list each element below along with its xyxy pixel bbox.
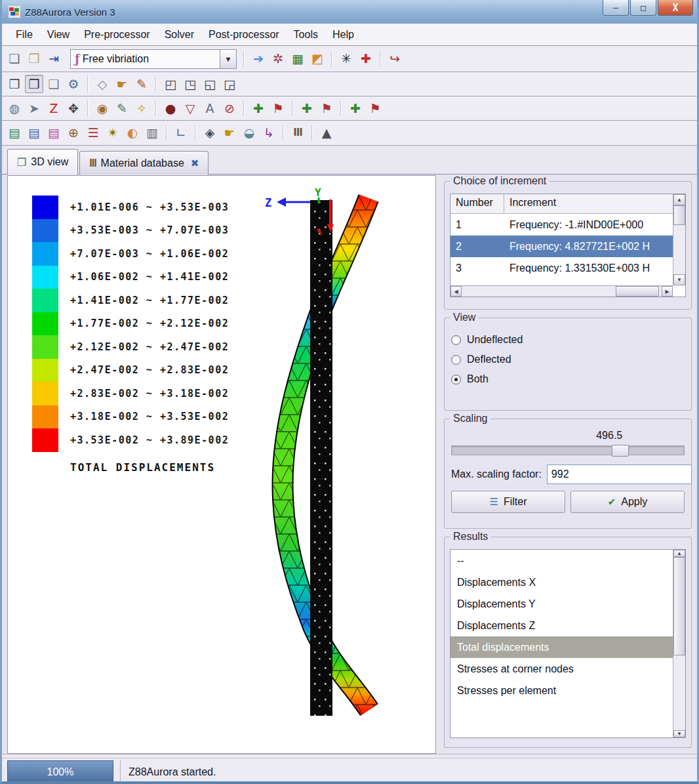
- result-item[interactable]: Total displacements: [450, 636, 673, 658]
- color-palette-file-button[interactable]: ◩: [308, 50, 327, 68]
- result-item[interactable]: Displacements Y: [450, 593, 673, 615]
- slider-thumb[interactable]: [612, 445, 629, 457]
- lens-button[interactable]: ◒: [240, 124, 258, 142]
- import-dxf-button[interactable]: ▤: [45, 124, 63, 142]
- apply-button[interactable]: ✔ Apply: [570, 491, 685, 513]
- colormap-file-button[interactable]: ▥: [143, 124, 161, 142]
- view-option-undeflected[interactable]: Undeflected: [451, 334, 685, 346]
- 3d-viewport[interactable]: Z Y +1.01E-006 ~ +3.53E-003+3.53E-003 ~ …: [7, 175, 436, 754]
- view-wireframe-cube-button[interactable]: ❑: [45, 75, 63, 93]
- radio-icon[interactable]: [451, 355, 461, 365]
- result-item[interactable]: Stresses per element: [450, 680, 673, 701]
- column-header-increment[interactable]: Increment: [504, 194, 685, 213]
- analysis-type-field[interactable]: ƒ Free vibriation: [70, 49, 220, 69]
- label-a-button[interactable]: A: [201, 99, 219, 117]
- view-corner-nw-button[interactable]: ◰: [161, 75, 180, 93]
- analysis-type-combo[interactable]: ƒ Free vibriation ▼: [70, 49, 237, 69]
- scaling-slider[interactable]: [451, 445, 685, 455]
- corner-ruler-button[interactable]: ∟: [172, 124, 190, 142]
- view-corner-se-button[interactable]: ◲: [220, 75, 239, 93]
- view-solid-cube-button[interactable]: ❒: [5, 75, 24, 93]
- scrollbar-thumb[interactable]: [673, 557, 685, 655]
- open-project-button[interactable]: ❐: [25, 50, 43, 68]
- increment-table-header[interactable]: Number Increment: [450, 194, 685, 214]
- measure-gauge-button[interactable]: ⚙: [64, 75, 83, 93]
- menu-item-post-processor[interactable]: Post-processor: [201, 26, 287, 44]
- scroll-up-icon[interactable]: ▲: [673, 194, 685, 205]
- flag-set-button[interactable]: ⚑: [269, 99, 287, 117]
- lightbulb-button[interactable]: ✧: [132, 99, 151, 117]
- menu-item-view[interactable]: View: [40, 26, 77, 44]
- add-element-button[interactable]: ✚: [346, 99, 365, 117]
- scroll-right-icon[interactable]: ▶: [662, 286, 673, 297]
- result-item[interactable]: Displacements Z: [450, 615, 673, 636]
- picking-hand-button[interactable]: ☛: [220, 124, 239, 142]
- result-item[interactable]: Stresses at corner nodes: [450, 658, 673, 680]
- tab-close-icon[interactable]: ✖: [191, 157, 199, 169]
- clamp-tool-button[interactable]: ⊕: [64, 124, 83, 142]
- scrollbar-thumb[interactable]: [616, 286, 659, 297]
- menu-item-pre-processor[interactable]: Pre-processor: [77, 26, 157, 44]
- tab-material-database[interactable]: III Material database ✖: [79, 151, 209, 175]
- pointer-axes-button[interactable]: ➤: [25, 99, 43, 117]
- results-list[interactable]: --Displacements XDisplacements YDisplace…: [450, 549, 686, 738]
- increment-row[interactable]: 1Frequency: -1.#IND00E+000: [450, 214, 673, 236]
- first-aid-box-button[interactable]: ✚: [357, 50, 375, 68]
- view-option-both[interactable]: Both: [451, 373, 685, 385]
- view-corner-sw-button[interactable]: ◱: [201, 75, 219, 93]
- mesh-button[interactable]: ✴: [104, 124, 122, 142]
- maximize-button[interactable]: □: [630, 0, 656, 16]
- palette-button[interactable]: ◉: [93, 99, 111, 117]
- menu-item-solver[interactable]: Solver: [157, 26, 201, 44]
- import-step-button[interactable]: ▤: [5, 124, 24, 142]
- scroll-down-icon[interactable]: ▼: [673, 730, 685, 737]
- spinning-top-button[interactable]: ◈: [201, 124, 219, 142]
- edit-page-button[interactable]: ✎: [113, 99, 131, 117]
- result-item[interactable]: --: [450, 550, 673, 571]
- menu-item-file[interactable]: File: [9, 26, 40, 44]
- combo-dropdown-button[interactable]: ▼: [220, 49, 237, 69]
- increment-row[interactable]: 3Frequency: 1.331530E+003 H: [450, 257, 673, 279]
- calculator-button[interactable]: ▦: [289, 50, 307, 68]
- view-corner-ne-button[interactable]: ◳: [181, 75, 199, 93]
- increment-vertical-scrollbar[interactable]: ▲ ▼: [673, 194, 685, 285]
- scroll-down-icon[interactable]: ▼: [673, 274, 685, 285]
- import-button[interactable]: ⇥: [45, 50, 63, 68]
- spider-solver-button[interactable]: ✳: [337, 50, 355, 68]
- orbit-hand-button[interactable]: ☛: [113, 75, 131, 93]
- results-scrollbar[interactable]: ▲ ▼: [673, 550, 685, 737]
- increment-table[interactable]: Number Increment 1Frequency: -1.#IND00E+…: [450, 194, 686, 297]
- funnel-button[interactable]: ▽: [181, 99, 199, 117]
- exit-button[interactable]: ↪: [386, 50, 404, 68]
- column-header-number[interactable]: Number: [450, 194, 504, 213]
- radio-icon[interactable]: [451, 335, 461, 345]
- view-shaded-cube-button[interactable]: ❒: [25, 75, 43, 93]
- tent-button[interactable]: ▲: [317, 124, 336, 142]
- scroll-up-icon[interactable]: ▲: [673, 550, 685, 557]
- abacus-button[interactable]: ☰: [84, 124, 102, 142]
- pan-move-button[interactable]: ✥: [64, 99, 83, 117]
- add-set-button[interactable]: ✚: [249, 99, 268, 117]
- increment-row[interactable]: 2Frequency: 4.827721E+002 H: [450, 236, 673, 257]
- material-database-button[interactable]: III: [289, 124, 307, 142]
- close-button[interactable]: X: [658, 0, 693, 16]
- max-scaling-input[interactable]: [547, 464, 692, 484]
- new-file-button[interactable]: ❏: [5, 50, 24, 68]
- filter-button[interactable]: ☰ Filter: [451, 491, 565, 513]
- view-option-deflected[interactable]: Deflected: [451, 354, 685, 365]
- zoom-z-button[interactable]: Z: [45, 99, 63, 117]
- paintbrush-button[interactable]: ✎: [132, 75, 151, 93]
- import-stl-button[interactable]: ▤: [25, 124, 43, 142]
- dark-solid-button[interactable]: ●: [161, 99, 180, 117]
- surface-patch-button[interactable]: ◐: [123, 124, 142, 142]
- result-item[interactable]: Displacements X: [450, 571, 673, 593]
- pipe-elbow-button[interactable]: ↳: [260, 124, 278, 142]
- menu-item-tools[interactable]: Tools: [287, 26, 325, 44]
- solver-options-button[interactable]: ✲: [269, 50, 287, 68]
- tab-3d-view[interactable]: ❒ 3D view: [7, 149, 78, 175]
- scrollbar-thumb[interactable]: [673, 205, 685, 225]
- add-node-button[interactable]: ✚: [298, 99, 316, 117]
- flag-element-button[interactable]: ⚑: [366, 99, 384, 117]
- forbidden-button[interactable]: ⊘: [220, 99, 239, 117]
- increment-horizontal-scrollbar[interactable]: ◀ ▶: [450, 285, 673, 297]
